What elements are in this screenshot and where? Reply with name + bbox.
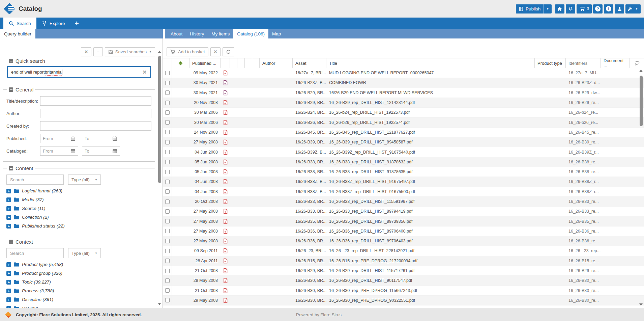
row-checkbox[interactable]: [165, 259, 170, 263]
clear-query-button[interactable]: ✕: [81, 47, 91, 56]
row-title[interactable]: 16_26-B35_rep_DRILL_HIST_89739356.pdf: [326, 219, 535, 224]
row-checkbox[interactable]: [165, 199, 170, 204]
table-row[interactable]: 30 Mar 2006 16/26-B26, BR... 16_26-b26_r…: [163, 117, 644, 127]
row-checkbox[interactable]: [165, 71, 170, 75]
expand-plus-icon[interactable]: +: [6, 271, 11, 276]
calendar-icon[interactable]: [112, 149, 117, 154]
header-comments[interactable]: [630, 58, 644, 68]
basket-button[interactable]: 3: [577, 4, 592, 14]
tree-item[interactable]: + Source (11): [6, 206, 151, 211]
row-title[interactable]: 16_26-b24_rep_DRILL_HIST_1922573.pdf: [326, 110, 535, 115]
context-search-input[interactable]: [6, 248, 64, 258]
tab-search[interactable]: Search: [3, 18, 36, 29]
pdf-file-icon[interactable]: [223, 100, 228, 105]
add-to-basket-button[interactable]: Add to basket: [167, 47, 208, 56]
row-checkbox[interactable]: [165, 140, 170, 144]
pdf-file-icon[interactable]: [223, 139, 228, 145]
row-title[interactable]: 16_26-B38Z_rep_DRILL_HIST_91675500.pdf: [326, 189, 535, 194]
row-title[interactable]: 16_26-B36_rep_DRILL_HIST_89706403.pdf: [326, 239, 535, 243]
created-by-field[interactable]: [40, 121, 151, 131]
row-checkbox[interactable]: [165, 110, 170, 115]
publish-button[interactable]: Publish ▼: [516, 4, 552, 14]
pdf-file-icon[interactable]: [223, 209, 228, 214]
header-identifiers[interactable]: Identifiers: [566, 58, 601, 68]
row-title[interactable]: COMBINED EOWR: [326, 80, 535, 85]
expand-plus-icon[interactable]: +: [6, 280, 11, 285]
pdf-file-icon[interactable]: [223, 199, 228, 204]
header-product-type[interactable]: Product type: [535, 58, 566, 68]
calendar-icon[interactable]: [112, 136, 117, 141]
expand-plus-icon[interactable]: +: [6, 306, 11, 308]
collapse-section-icon[interactable]: [9, 166, 13, 170]
header-flag-3[interactable]: [245, 58, 252, 68]
cataloged-to-input[interactable]: [85, 149, 105, 154]
pdf-file-icon[interactable]: [223, 189, 228, 194]
calendar-icon[interactable]: [70, 136, 76, 141]
calendar-icon[interactable]: [70, 149, 76, 154]
notifications-button[interactable]: [566, 4, 575, 14]
content-search-input[interactable]: [6, 175, 64, 185]
row-title[interactable]: 16_26-B30_rep_DRILL_HIST_90117547.pdf: [326, 278, 535, 283]
scroll-up-arrow[interactable]: [158, 51, 161, 53]
published-from-field[interactable]: [40, 134, 78, 143]
cataloged-from-field[interactable]: [40, 146, 78, 156]
row-checkbox[interactable]: [165, 160, 170, 164]
tree-item[interactable]: + Process (3,788): [6, 288, 151, 293]
document-file-icon[interactable]: [223, 80, 228, 85]
header-flag-4[interactable]: [252, 58, 260, 68]
tab-explore[interactable]: Explore: [36, 18, 70, 29]
published-from-input[interactable]: [43, 136, 63, 141]
tab-my-items[interactable]: My items: [208, 29, 233, 38]
header-flag-2[interactable]: [237, 58, 245, 68]
row-title[interactable]: 16_26-B33_rep_DRILL_HIST_89794419.pdf: [326, 209, 535, 214]
tree-item[interactable]: + Product group (326): [6, 271, 151, 276]
row-title[interactable]: 16_26-B15_rep_PRE_DPROG_217200094.pdf: [326, 259, 535, 263]
tree-item[interactable]: + Product type (5,458): [6, 262, 151, 267]
tab-map[interactable]: Map: [268, 29, 285, 38]
table-row[interactable]: 09 May 2022 16/27a- 7, BRI... MUD LOGGIN…: [163, 68, 644, 78]
scroll-up-arrow[interactable]: [639, 70, 643, 72]
header-access-column[interactable]: [172, 58, 189, 68]
row-checkbox[interactable]: [165, 130, 170, 134]
author-field[interactable]: [40, 109, 151, 118]
pdf-file-icon[interactable]: [223, 179, 228, 184]
row-title[interactable]: 16_26-B36_rep_DRILL_HIST_89706400.pdf: [326, 229, 535, 234]
row-checkbox[interactable]: [165, 90, 170, 95]
table-scrollbar[interactable]: [639, 70, 643, 306]
row-checkbox[interactable]: [165, 170, 170, 174]
quick-search-input[interactable]: end of well report britannia ✕: [7, 66, 151, 78]
pdf-file-icon[interactable]: [223, 219, 228, 224]
row-title[interactable]: MUD LOGGING END OF WELL REPORT -00002650…: [326, 71, 535, 75]
tree-item[interactable]: + Collection (2): [6, 215, 151, 220]
table-row[interactable]: 05 Jun 2008 16/26-B38, BR... 16_26-B38_r…: [163, 167, 644, 177]
table-row[interactable]: 30 May 2021 16/26-B29, BR... 16/26-B29 E…: [163, 88, 644, 98]
row-checkbox[interactable]: [165, 101, 170, 105]
row-checkbox[interactable]: [165, 180, 170, 184]
table-row[interactable]: 20 Oct 2008 16/26-B33, BR... 16_26-B33_r…: [163, 197, 644, 207]
table-row[interactable]: 27 May 2008 16/26-B33, BR... 16_26-B33_r…: [163, 207, 644, 216]
header-author[interactable]: Author: [260, 58, 293, 68]
expand-plus-icon[interactable]: +: [6, 215, 11, 220]
row-checkbox[interactable]: [165, 288, 170, 293]
table-row[interactable]: 04 Jun 2008 16/26-B38Z, B... 16_26-B38Z_…: [163, 187, 644, 197]
table-row[interactable]: 21 Oct 2008 16/26-B30, BR... 16_26-B30_r…: [163, 286, 644, 296]
table-row[interactable]: 30 May 2021 16/26-B23Z, B... COMBINED EO…: [163, 78, 644, 88]
table-row[interactable]: 04 Jun 2008 16/26-B38Z, B... 16_26-B38Z_…: [163, 177, 644, 187]
row-checkbox[interactable]: [165, 81, 170, 85]
row-checkbox[interactable]: [165, 278, 170, 283]
pdf-file-icon[interactable]: [223, 150, 228, 155]
clear-selection-button[interactable]: ✕: [210, 47, 221, 56]
table-row[interactable]: 30 Mar 2006 16/26-B24, BR... 16_26-b24_r…: [163, 108, 644, 117]
pdf-file-icon[interactable]: [223, 130, 228, 135]
scrollbar-thumb[interactable]: [158, 56, 161, 183]
tree-item[interactable]: + Discipline (361): [6, 297, 151, 302]
row-title[interactable]: 16_26-B30_rep_PRE_DPROG_115667243.pdf: [326, 288, 535, 293]
row-title[interactable]: 16_26-B39Z_rep_DRILL_HIST_91675440.pdf: [326, 150, 535, 155]
pdf-file-icon[interactable]: [223, 120, 228, 125]
pdf-file-icon[interactable]: [223, 169, 228, 175]
row-title[interactable]: 16_26-B30_rep_PRE_DPROG_90322551.pdf: [326, 298, 535, 303]
pdf-file-icon[interactable]: [223, 159, 228, 165]
row-title[interactable]: 16_26-B33_rep_DRILL_HIST_115591967.pdf: [326, 199, 535, 204]
row-checkbox[interactable]: [165, 239, 170, 243]
table-row[interactable]: 27 May 2008 16/26-B36, BR... 16_26-B36_r…: [163, 236, 644, 246]
